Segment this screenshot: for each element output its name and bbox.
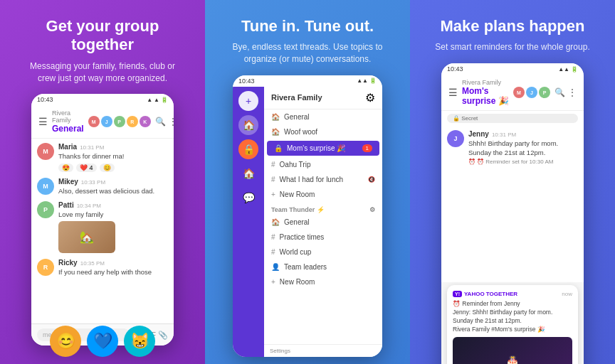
avatar-3-2: J [526,87,537,98]
panel3-heading: Make plans happen [441,17,585,36]
channel-label-general-2: General [284,218,310,226]
channel-label-new-1: New Room [280,191,315,198]
channel-teamleaders[interactable]: 👤 Team leaders [264,259,382,274]
search-icon-3[interactable]: 🔍 [554,87,565,97]
message-jenny: J Jenny 10:31 PM Shhh! Birthday party fo… [447,130,578,165]
more-icon-3[interactable]: ⋮ [568,87,577,97]
more-icon[interactable]: ⋮ [169,117,174,127]
channel-label-oahu: Oahu Trip [280,161,311,168]
msg-time-maria: 10:31 PM [80,144,104,151]
channel-mom-surprise[interactable]: 🔒 Mom's surprise 🎉 1 [267,141,379,156]
emoji-char-1: 😊 [50,326,81,357]
msg-author-ricky: Ricky [58,259,78,267]
emoji-characters: 😊 💙 😸 [0,326,205,357]
yahoo-icon: Y! [453,291,462,297]
avatar-1: M [88,116,100,127]
msg-author-line-ricky: Ricky 10:35 PM [58,259,168,267]
msg-author-line-maria: Maria 10:31 PM [58,143,168,151]
signal-icon-3: ▲▲ [558,66,569,73]
emoji-reaction-1[interactable]: 😍 [58,164,73,172]
channel-name-3: Mom's surprise 🎉 [462,86,509,106]
status-icons-1: ▲ ▲ 🔋 [147,97,168,103]
msg-author-line-mikey: Mikey 10:33 PM [58,178,168,186]
msg-text-ricky: If you need any help with those [58,268,168,277]
home-icon-2: 🏠 [271,128,280,136]
chat-header-1: ☰ Rivera Family General M J P R K 🔍 ⋮ [31,105,174,139]
msg-author-line-patti: Patti 10:34 PM [58,201,168,209]
channel-label-woof: Woof woof [284,128,317,136]
channel-new-room-2[interactable]: + New Room [264,274,382,289]
emoji-char-2: 💙 [87,326,118,357]
msg-content-jenny: Jenny 10:31 PM Shhh! Birthday party for … [468,130,578,165]
wifi-icon: ▲ [154,97,159,103]
menu-icon-3[interactable]: ☰ [448,87,458,98]
msg-content-patti: Patti 10:34 PM Love my family 🏡 [58,201,168,253]
search-icon[interactable]: 🔍 [155,117,166,127]
channel-label-worldcup: World cup [280,248,312,256]
group-icon-1[interactable]: 🏠 [238,115,258,135]
panel2-heading: Tune in. Tune out. [241,17,374,36]
person-icon: 👤 [271,263,280,271]
chat-header-3: ☰ Rivera Family Mom's surprise 🎉 M J P 🔍… [441,75,584,111]
reminder-time-badge: ⏰ ⏰ Reminder set for 10:30 AM [468,159,578,165]
unread-badge: 1 [362,144,372,152]
status-icons-2: ▲▲ 🔋 [357,77,377,84]
channel-label-general-1: General [284,113,310,121]
message-patti: P Patti 10:34 PM Love my family 🏡 [37,201,168,253]
message-ricky: R Ricky 10:35 PM If you need any help wi… [37,259,168,277]
status-time-3: 10:43 [447,65,463,73]
msg-text-jenny: Shhh! Birthday party for mom. Sunday the… [468,139,578,157]
panel-topics: Tune in. Tune out. Bye, endless text thr… [205,0,410,364]
app-label: YAHOO TOGETHER [464,291,517,297]
notif-app-name: Y! YAHOO TOGETHER [453,291,517,297]
lock-icon-highlighted: 🔒 [274,144,283,152]
channel-new-room-1[interactable]: + New Room [264,187,382,202]
chat-messages-3: J Jenny 10:31 PM Shhh! Birthday party fo… [441,126,584,282]
channel-label-mom: Mom's surprise 🎉 [287,144,345,152]
emoji-reaction-2[interactable]: ❤️ 4 [76,164,97,172]
status-icons-3: ▲▲ 🔋 [558,66,578,73]
settings-icon-2[interactable]: ⚙ [369,206,375,213]
chat-title-area-3: Rivera Family Mom's surprise 🎉 [462,79,509,106]
avatar-patti: P [37,201,54,218]
add-room-btn[interactable]: + [238,91,258,111]
home-icon-3: 🏠 [271,218,280,226]
channel-oahu[interactable]: # Oahu Trip [264,157,382,172]
status-bar-3: 10:43 ▲▲ 🔋 [441,63,584,75]
signal-icon-2: ▲▲ [357,77,368,84]
panel3-subtext: Set smart reminders for the whole group. [435,41,589,53]
channel-lunch[interactable]: # What I had for lunch 🔇 [264,172,382,187]
msg-author-jenny: Jenny [468,130,489,138]
settings-icon-1[interactable]: ⚙ [365,91,375,105]
menu-icon[interactable]: ☰ [38,116,48,127]
msg-time-patti: 10:34 PM [77,203,101,209]
emoji-reaction-3[interactable]: 😊 [100,164,115,172]
secret-area: 🔒 Secret [441,111,584,126]
phone-mock-3: 10:43 ▲▲ 🔋 ☰ Rivera Family Mom's surpris… [441,63,584,364]
channel-general-1[interactable]: 🏠 General [264,109,382,124]
channel-label-practice: Practice times [280,233,325,241]
msg-text-mikey: Also, dessert was delicious dad. [58,187,168,196]
chat-header-icons: 🔍 ⋮ [155,117,174,127]
home-icon-1: 🏠 [271,113,280,121]
sidebar-layout: + 🏠 🔒 🏠 💬 Rivera Family ⚙ 🏠 General [233,87,382,357]
chat-avatars: M J P R K [88,116,151,127]
message-mikey: M Mikey 10:33 PM Also, dessert was delic… [37,178,168,196]
panel-reminders: Make plans happen Set smart reminders fo… [410,0,615,364]
family-image: 🏡 [58,221,115,253]
panel2-subtext: Bye, endless text threads. Use topics to… [229,41,386,65]
msg-author-patti: Patti [58,201,74,209]
group-name-3: Rivera Family [462,79,509,86]
channel-general-2[interactable]: 🏠 General [264,215,382,230]
msg-text-maria: Thanks for dinner ma! [58,152,168,161]
channel-woofwoof[interactable]: 🏠 Woof woof [264,124,382,139]
group-icon-2[interactable]: 🔒 [238,139,258,159]
avatar-2: J [101,116,112,127]
panel1-heading: Get your group together [46,17,159,55]
msg-content-maria: Maria 10:31 PM Thanks for dinner ma! 😍 ❤… [58,143,168,171]
group-icon-4[interactable]: 💬 [238,188,258,208]
channel-worldcup[interactable]: # World cup [264,245,382,259]
group-icon-3[interactable]: 🏠 [238,164,258,183]
channel-practice[interactable]: # Practice times [264,230,382,245]
avatar-5: K [140,116,151,127]
